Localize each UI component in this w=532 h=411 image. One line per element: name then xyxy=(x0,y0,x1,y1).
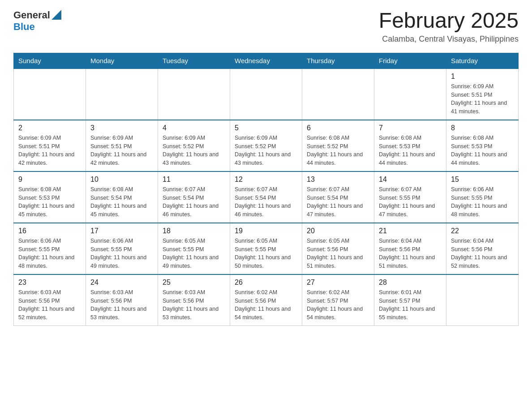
day-info: Sunrise: 6:03 AMSunset: 5:56 PMDaylight:… xyxy=(90,288,153,322)
header-tuesday: Tuesday xyxy=(158,53,230,68)
day-number: 21 xyxy=(379,227,442,235)
calendar-cell: 14Sunrise: 6:07 AMSunset: 5:55 PMDayligh… xyxy=(374,171,446,223)
calendar-cell xyxy=(14,68,86,120)
title-block: February 2025 Calamba, Central Visayas, … xyxy=(379,9,519,44)
day-info: Sunrise: 6:09 AMSunset: 5:52 PMDaylight:… xyxy=(235,134,297,167)
calendar-cell: 2Sunrise: 6:09 AMSunset: 5:51 PMDaylight… xyxy=(14,120,86,171)
calendar-cell: 24Sunrise: 6:03 AMSunset: 5:56 PMDayligh… xyxy=(86,274,158,326)
day-info: Sunrise: 6:08 AMSunset: 5:52 PMDaylight:… xyxy=(307,134,369,167)
day-number: 26 xyxy=(235,278,297,287)
day-info: Sunrise: 6:03 AMSunset: 5:56 PMDaylight:… xyxy=(18,288,81,322)
day-info: Sunrise: 6:09 AMSunset: 5:52 PMDaylight:… xyxy=(163,134,225,167)
calendar-cell: 17Sunrise: 6:06 AMSunset: 5:55 PMDayligh… xyxy=(86,223,158,274)
calendar-cell: 25Sunrise: 6:03 AMSunset: 5:56 PMDayligh… xyxy=(158,274,230,326)
calendar-cell: 22Sunrise: 6:04 AMSunset: 5:56 PMDayligh… xyxy=(446,223,519,274)
day-info: Sunrise: 6:07 AMSunset: 5:54 PMDaylight:… xyxy=(235,185,297,219)
month-title: February 2025 xyxy=(379,9,519,33)
day-number: 27 xyxy=(307,278,369,287)
day-number: 5 xyxy=(235,124,297,132)
day-info: Sunrise: 6:07 AMSunset: 5:54 PMDaylight:… xyxy=(163,185,225,219)
day-number: 1 xyxy=(451,73,514,81)
calendar-cell: 6Sunrise: 6:08 AMSunset: 5:52 PMDaylight… xyxy=(302,120,374,171)
day-info: Sunrise: 6:08 AMSunset: 5:54 PMDaylight:… xyxy=(90,185,153,219)
day-info: Sunrise: 6:05 AMSunset: 5:55 PMDaylight:… xyxy=(163,237,225,270)
calendar-cell: 20Sunrise: 6:05 AMSunset: 5:56 PMDayligh… xyxy=(302,223,374,274)
day-info: Sunrise: 6:07 AMSunset: 5:55 PMDaylight:… xyxy=(379,185,442,219)
day-number: 28 xyxy=(379,278,442,287)
location-title: Calamba, Central Visayas, Philippines xyxy=(379,34,519,44)
day-info: Sunrise: 6:04 AMSunset: 5:56 PMDaylight:… xyxy=(451,237,514,270)
day-info: Sunrise: 6:09 AMSunset: 5:51 PMDaylight:… xyxy=(18,134,81,167)
calendar-cell: 7Sunrise: 6:08 AMSunset: 5:53 PMDaylight… xyxy=(374,120,446,171)
day-info: Sunrise: 6:01 AMSunset: 5:57 PMDaylight:… xyxy=(379,288,442,322)
calendar-cell: 26Sunrise: 6:02 AMSunset: 5:56 PMDayligh… xyxy=(230,274,302,326)
logo-blue-text: Blue xyxy=(13,21,61,32)
header-monday: Monday xyxy=(86,53,158,68)
day-number: 2 xyxy=(18,124,81,132)
calendar-cell: 1Sunrise: 6:09 AMSunset: 5:51 PMDaylight… xyxy=(446,68,519,120)
calendar-cell: 23Sunrise: 6:03 AMSunset: 5:56 PMDayligh… xyxy=(14,274,86,326)
calendar-cell: 10Sunrise: 6:08 AMSunset: 5:54 PMDayligh… xyxy=(86,171,158,223)
calendar-cell: 11Sunrise: 6:07 AMSunset: 5:54 PMDayligh… xyxy=(158,171,230,223)
header-thursday: Thursday xyxy=(302,53,374,68)
day-number: 25 xyxy=(163,278,225,287)
day-number: 22 xyxy=(451,227,514,235)
day-number: 10 xyxy=(90,176,153,184)
header-sunday: Sunday xyxy=(14,53,86,68)
day-number: 18 xyxy=(163,227,225,235)
calendar-cell xyxy=(158,68,230,120)
day-info: Sunrise: 6:05 AMSunset: 5:56 PMDaylight:… xyxy=(307,237,369,270)
day-number: 24 xyxy=(90,278,153,287)
calendar-cell: 8Sunrise: 6:08 AMSunset: 5:53 PMDaylight… xyxy=(446,120,519,171)
day-number: 15 xyxy=(451,176,514,184)
calendar-cell xyxy=(446,274,519,326)
calendar-cell: 4Sunrise: 6:09 AMSunset: 5:52 PMDaylight… xyxy=(158,120,230,171)
calendar-week-row: 2Sunrise: 6:09 AMSunset: 5:51 PMDaylight… xyxy=(14,120,519,171)
calendar-cell xyxy=(302,68,374,120)
calendar-cell: 3Sunrise: 6:09 AMSunset: 5:51 PMDaylight… xyxy=(86,120,158,171)
header-wednesday: Wednesday xyxy=(230,53,302,68)
day-info: Sunrise: 6:05 AMSunset: 5:55 PMDaylight:… xyxy=(235,237,297,270)
day-info: Sunrise: 6:06 AMSunset: 5:55 PMDaylight:… xyxy=(90,237,153,270)
day-info: Sunrise: 6:06 AMSunset: 5:55 PMDaylight:… xyxy=(451,185,514,219)
calendar-week-row: 23Sunrise: 6:03 AMSunset: 5:56 PMDayligh… xyxy=(14,274,519,326)
day-number: 6 xyxy=(307,124,369,132)
logo-triangle-icon xyxy=(51,10,61,20)
day-number: 23 xyxy=(18,278,81,287)
calendar-week-row: 1Sunrise: 6:09 AMSunset: 5:51 PMDaylight… xyxy=(14,68,519,120)
day-info: Sunrise: 6:08 AMSunset: 5:53 PMDaylight:… xyxy=(18,185,81,219)
day-info: Sunrise: 6:09 AMSunset: 5:51 PMDaylight:… xyxy=(451,82,514,116)
day-number: 7 xyxy=(379,124,442,132)
calendar-table: Sunday Monday Tuesday Wednesday Thursday… xyxy=(13,53,519,326)
calendar-cell: 12Sunrise: 6:07 AMSunset: 5:54 PMDayligh… xyxy=(230,171,302,223)
day-number: 3 xyxy=(90,124,153,132)
calendar-week-row: 16Sunrise: 6:06 AMSunset: 5:55 PMDayligh… xyxy=(14,223,519,274)
day-number: 9 xyxy=(18,176,81,184)
day-number: 17 xyxy=(90,227,153,235)
day-number: 8 xyxy=(451,124,514,132)
header-saturday: Saturday xyxy=(446,53,519,68)
day-number: 11 xyxy=(163,176,225,184)
svg-marker-0 xyxy=(51,10,61,20)
calendar-cell: 15Sunrise: 6:06 AMSunset: 5:55 PMDayligh… xyxy=(446,171,519,223)
day-info: Sunrise: 6:09 AMSunset: 5:51 PMDaylight:… xyxy=(90,134,153,167)
day-info: Sunrise: 6:02 AMSunset: 5:57 PMDaylight:… xyxy=(307,288,369,322)
calendar-cell: 28Sunrise: 6:01 AMSunset: 5:57 PMDayligh… xyxy=(374,274,446,326)
calendar-cell: 9Sunrise: 6:08 AMSunset: 5:53 PMDaylight… xyxy=(14,171,86,223)
calendar-cell: 19Sunrise: 6:05 AMSunset: 5:55 PMDayligh… xyxy=(230,223,302,274)
page-header: General Blue February 2025 Calamba, Cent… xyxy=(13,9,519,44)
day-info: Sunrise: 6:06 AMSunset: 5:55 PMDaylight:… xyxy=(18,237,81,270)
day-number: 13 xyxy=(307,176,369,184)
day-number: 14 xyxy=(379,176,442,184)
calendar-cell: 5Sunrise: 6:09 AMSunset: 5:52 PMDaylight… xyxy=(230,120,302,171)
day-number: 12 xyxy=(235,176,297,184)
calendar-week-row: 9Sunrise: 6:08 AMSunset: 5:53 PMDaylight… xyxy=(14,171,519,223)
calendar-header-row: Sunday Monday Tuesday Wednesday Thursday… xyxy=(14,53,519,68)
day-info: Sunrise: 6:03 AMSunset: 5:56 PMDaylight:… xyxy=(163,288,225,322)
calendar-cell xyxy=(230,68,302,120)
day-number: 20 xyxy=(307,227,369,235)
logo-general-text: General xyxy=(13,10,50,21)
header-friday: Friday xyxy=(374,53,446,68)
day-info: Sunrise: 6:02 AMSunset: 5:56 PMDaylight:… xyxy=(235,288,297,322)
day-number: 4 xyxy=(163,124,225,132)
